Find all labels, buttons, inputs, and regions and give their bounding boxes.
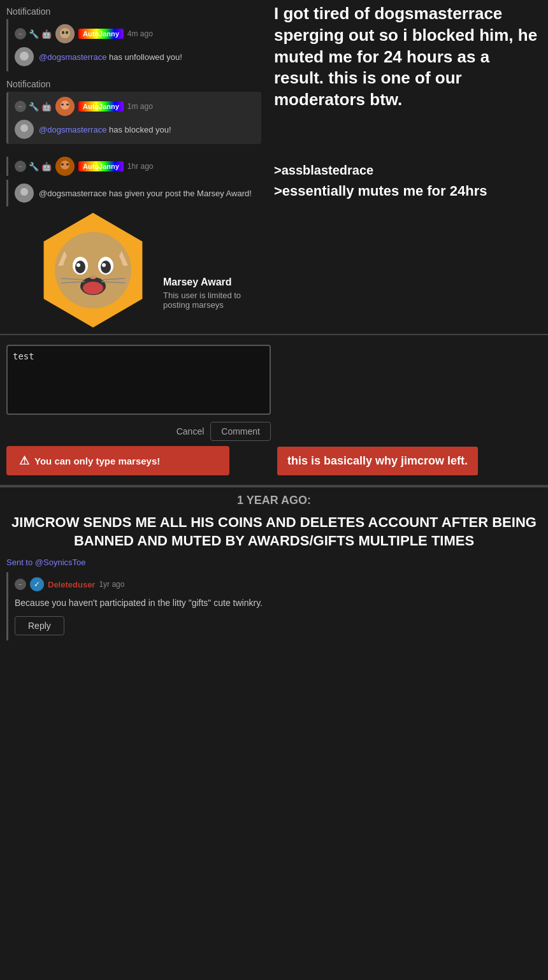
notif-text-1: @dogsmasterrace has unfollowed you! — [39, 52, 182, 62]
notification-label-1: Notification — [6, 6, 261, 17]
hexagon-award — [36, 213, 150, 328]
autojanny-badge-2: AutoJanny — [78, 101, 124, 112]
comment-jimcrow-section: test Cancel Comment ⚠ You can only type … — [0, 335, 548, 485]
content-avatar-1 — [15, 47, 34, 66]
minus-icon-2: − — [15, 101, 26, 112]
year-ago-title: 1 YEAR AGO: — [6, 494, 542, 507]
warning-text: You can only type marseys! — [34, 456, 160, 466]
reply-button[interactable]: Reply — [15, 616, 64, 635]
notif-meta-2: − 🔧 🤖 AutoJanny — [15, 97, 255, 116]
warning-icon: ⚠ — [19, 454, 29, 468]
wrench-icon-1: 🔧 — [29, 29, 39, 39]
award-avatar — [15, 184, 34, 203]
wrench-icon-2: 🔧 — [29, 102, 39, 112]
wrench-icon-3: 🔧 — [29, 162, 39, 171]
award-content: @dogsmasterrace has given your post the … — [6, 180, 261, 206]
minus-icon-1: − — [15, 28, 26, 40]
deleted-notification: − ✓ Deleteduser 1yr ago Because you have… — [6, 572, 542, 640]
deleted-time: 1yr ago — [99, 580, 124, 589]
svg-point-1 — [60, 28, 70, 38]
minus-icon-deleted: − — [15, 579, 26, 590]
award-meta: − 🔧 🤖 AutoJanny 1hr ago — [6, 157, 261, 176]
content-avatar-2 — [15, 120, 34, 139]
left-notifications: Notification − 🔧 🤖 — [0, 0, 268, 152]
award-title: Marsey Award — [163, 277, 261, 288]
blue-check-icon: ✓ — [30, 577, 44, 591]
user-link-1[interactable]: @dogsmasterrace — [39, 52, 106, 62]
sent-to-user[interactable]: @SoynicsToe — [35, 558, 86, 567]
deleted-meta: − ✓ Deleteduser 1yr ago — [15, 577, 535, 591]
sent-to-text: Sent to — [6, 558, 35, 567]
time-ago-3: 1hr ago — [127, 162, 154, 171]
comment-textarea[interactable]: test — [6, 345, 271, 415]
svg-point-5 — [20, 52, 29, 61]
user-link-2[interactable]: @dogsmasterrace — [39, 125, 106, 134]
notif-icons-1: − 🔧 🤖 — [15, 28, 52, 40]
award-icons: − 🔧 🤖 — [15, 161, 52, 172]
svg-point-17 — [20, 188, 28, 196]
award-row: − 🔧 🤖 AutoJanny 1hr ago — [0, 152, 548, 334]
deleted-user-name: Deleteduser — [48, 580, 95, 589]
award-info: Marsey Award This user is limited to pos… — [163, 213, 261, 310]
comment-actions: Cancel Comment — [6, 422, 271, 441]
award-visual-area: Marsey Award This user is limited to pos… — [6, 206, 261, 334]
svg-point-11 — [20, 124, 28, 132]
marsey-svg — [52, 229, 134, 312]
avatar-3 — [55, 157, 75, 176]
jimcrow-overlay-text: this is basically why jimcrow left. — [277, 447, 478, 475]
marseys-warning: ⚠ You can only type marseys! — [6, 446, 229, 475]
assblasted-text: >assblastedrace — [274, 163, 542, 178]
avatar-1 — [55, 24, 75, 43]
sent-to: Sent to @SoynicsToe — [6, 558, 542, 567]
svg-point-31 — [83, 282, 103, 294]
big-description: I got tired of dogsmasterrace sperging o… — [274, 3, 542, 111]
notif-content-2: @dogsmasterrace has blocked you! — [15, 120, 255, 139]
autojanny-badge-1: AutoJanny — [78, 29, 124, 39]
comment-button[interactable]: Comment — [210, 422, 271, 441]
autojanny-badge-3: AutoJanny — [78, 161, 124, 171]
deleted-message: Because you haven't participated in the … — [15, 596, 535, 610]
time-ago-2: 1m ago — [127, 102, 153, 111]
page-wrapper: Notification − 🔧 🤖 — [0, 0, 548, 647]
svg-point-26 — [75, 261, 85, 273]
notif-text-2: @dogsmasterrace has blocked you! — [39, 125, 171, 134]
notification-block-2: − 🔧 🤖 AutoJanny — [6, 92, 261, 144]
right-big-text: I got tired of dogsmasterrace sperging o… — [268, 0, 548, 152]
avatar-2 — [55, 97, 75, 116]
svg-point-3 — [66, 31, 68, 34]
jimcrow-text-area: this is basically why jimcrow left. — [277, 335, 548, 485]
cancel-button[interactable]: Cancel — [177, 426, 205, 436]
svg-point-8 — [61, 104, 64, 106]
time-ago-1: 4m ago — [127, 29, 153, 38]
top-row: Notification − 🔧 🤖 — [0, 0, 548, 152]
robot-icon-2: 🤖 — [41, 102, 52, 112]
svg-point-15 — [66, 163, 69, 166]
robot-icon-1: 🤖 — [41, 29, 52, 39]
award-right-text: >assblastedrace >essentially mutes me fo… — [268, 157, 548, 334]
notification-label-2: Notification — [6, 79, 261, 89]
notification-block-1: − 🔧 🤖 AutoJanny — [6, 19, 261, 71]
year-ago-section: 1 YEAR AGO: JIMCROW SENDS ME ALL HIS COI… — [0, 486, 548, 647]
jimcrow-headline: JIMCROW SENDS ME ALL HIS COINS AND DELET… — [6, 514, 542, 550]
notif-meta-1: − 🔧 🤖 AutoJanny — [15, 24, 255, 43]
notif-content-1: @dogsmasterrace has unfollowed you! — [15, 47, 255, 66]
mutes-text: >essentially mutes me for 24hrs — [274, 183, 542, 199]
minus-icon-3: − — [15, 161, 26, 172]
svg-point-27 — [101, 261, 111, 273]
svg-point-32 — [90, 275, 96, 279]
svg-point-9 — [66, 104, 69, 106]
award-message-text: @dogsmasterrace has given your post the … — [39, 189, 252, 198]
award-description: This user is limited to posting marseys — [163, 291, 261, 310]
award-left: − 🔧 🤖 AutoJanny 1hr ago — [0, 157, 268, 334]
svg-point-2 — [62, 31, 64, 34]
notif-icons-2: − 🔧 🤖 — [15, 101, 52, 112]
post-link[interactable]: post — [165, 189, 181, 198]
award-message: @dogsmasterrace has given your post the … — [15, 184, 255, 203]
award-user-link[interactable]: @dogsmasterrace — [39, 189, 106, 198]
comment-section: test Cancel Comment ⚠ You can only type … — [0, 335, 277, 485]
svg-point-28 — [76, 263, 80, 267]
svg-point-14 — [61, 163, 64, 166]
robot-icon-3: 🤖 — [41, 162, 52, 171]
svg-point-29 — [102, 263, 106, 267]
